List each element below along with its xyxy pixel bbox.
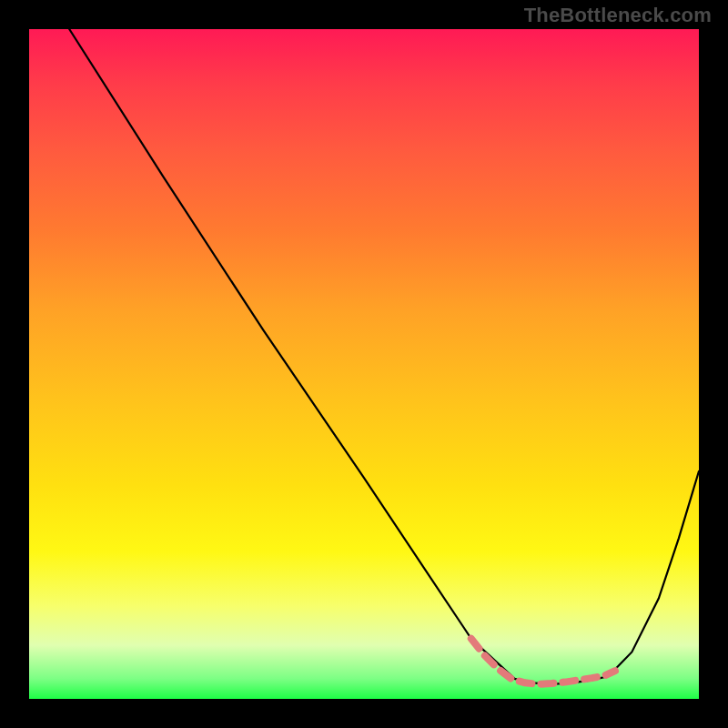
bottleneck-band-path: [471, 639, 615, 684]
curve-path: [69, 29, 699, 684]
watermark-text: TheBottleneck.com: [524, 4, 712, 27]
chart-svg: [29, 29, 699, 699]
chart-frame: TheBottleneck.com: [0, 0, 728, 728]
plot-area: [29, 29, 699, 699]
